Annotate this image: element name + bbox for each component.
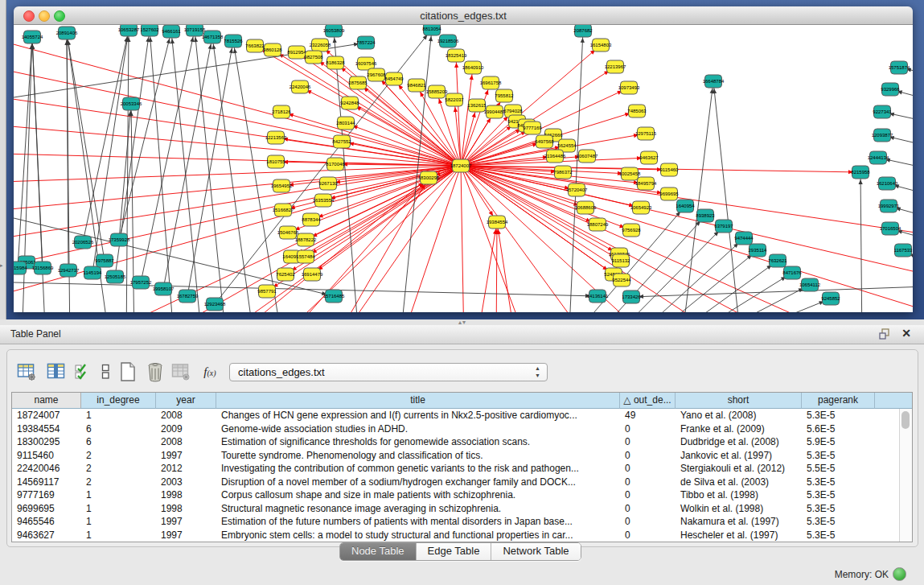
table-cell[interactable]: Yano et al. (2008) — [676, 409, 802, 422]
graph-edge[interactable] — [119, 104, 131, 240]
table-cell[interactable]: 5.5E-5 — [802, 462, 875, 476]
table-cell[interactable]: 5.3E-5 — [802, 409, 875, 422]
table-cell[interactable]: 0 — [620, 476, 676, 489]
graph-edge[interactable] — [461, 166, 913, 274]
row-height-button[interactable] — [95, 361, 116, 382]
graph-edge[interactable] — [461, 166, 913, 311]
table-cell[interactable]: 1998 — [156, 502, 216, 516]
table-cell[interactable]: Tourette syndrome. Phenomenology and cla… — [216, 449, 620, 463]
table-cell[interactable]: 1 — [81, 515, 156, 529]
table-cell[interactable]: 18300295 — [12, 435, 81, 449]
table-cell[interactable]: 2009 — [156, 422, 216, 436]
graph-edge[interactable] — [681, 81, 713, 312]
column-header-short[interactable]: short — [676, 393, 802, 409]
table-cell[interactable]: 0 — [620, 462, 676, 476]
table-cell[interactable]: 1 — [81, 409, 156, 422]
graph-edge[interactable] — [461, 166, 619, 254]
table-cell[interactable]: Stergiakouli et al. (2012) — [676, 462, 802, 476]
graph-edge[interactable] — [195, 30, 227, 312]
delete-table-button[interactable] — [145, 361, 166, 382]
table-settings-button[interactable] — [16, 361, 37, 382]
column-header-pagerank[interactable]: pagerank — [802, 393, 875, 409]
table-row[interactable]: 1830029562008Estimation of significance … — [12, 435, 912, 449]
table-cell[interactable]: Investigating the contribution of common… — [216, 462, 620, 476]
column-header-out_de[interactable]: △ out_de... — [620, 393, 676, 409]
graph-edge[interactable] — [171, 31, 203, 312]
table-cell[interactable]: 0 — [620, 422, 676, 436]
column-header-name[interactable]: name — [12, 393, 81, 409]
graph-edge[interactable] — [659, 261, 778, 312]
table-cell[interactable]: 5.3E-5 — [802, 488, 875, 502]
table-cell[interactable]: Estimation of the future numbers of pati… — [216, 515, 620, 529]
graph-edge[interactable] — [639, 250, 758, 312]
graph-edge[interactable] — [14, 282, 598, 296]
table-cell[interactable]: Wolkin et al. (1998) — [676, 502, 802, 516]
table-row[interactable]: 946362711997Embryonic stem cells: a mode… — [12, 529, 912, 542]
table-cell[interactable]: Dudbridge et al. (2008) — [676, 435, 802, 449]
graph-edge[interactable] — [346, 123, 461, 166]
table-row[interactable]: 911546021997Tourette syndrome. Phenomeno… — [12, 449, 912, 463]
table-row[interactable]: 969969511998Structural magnetic resonanc… — [12, 502, 912, 516]
scrollbar-thumb[interactable] — [901, 411, 910, 429]
memory-status-indicator[interactable] — [893, 567, 906, 581]
table-cell[interactable]: Estimation of significance thresholds fo… — [216, 435, 620, 449]
table-cell[interactable]: Disruption of a novel member of a sodium… — [216, 476, 620, 489]
column-header-title[interactable]: title — [216, 393, 620, 409]
table-cell[interactable]: 2003 — [156, 476, 216, 489]
graph-edge[interactable] — [276, 162, 461, 166]
table-cell[interactable]: 9777169 — [12, 488, 81, 502]
dock-handle-icon[interactable]: ▸ — [0, 262, 3, 269]
table-cell[interactable]: Changes of HCN gene expression and I(f) … — [216, 409, 620, 422]
table-cell[interactable]: de Silva et al. (2003) — [676, 476, 802, 489]
table-cell[interactable]: 2 — [81, 449, 156, 463]
table-cell[interactable]: Tibbo et al. (1998) — [676, 488, 802, 502]
float-window-icon[interactable] — [879, 328, 890, 340]
table-cell[interactable]: 9463627 — [12, 529, 81, 542]
table-cell[interactable]: 0 — [620, 435, 676, 449]
table-cell[interactable]: 9465546 — [12, 515, 81, 529]
table-cell[interactable]: 6 — [81, 435, 156, 449]
column-header-year[interactable]: year — [156, 393, 216, 409]
table-cell[interactable]: Franke et al. (2009) — [676, 422, 802, 436]
table-cell[interactable]: 19384554 — [12, 422, 81, 436]
node-table[interactable]: namein_degreeyeartitle△ out_de...shortpa… — [11, 392, 913, 542]
table-row[interactable]: 1456911722003Disruption of a novel membe… — [12, 476, 912, 489]
table-cell[interactable]: 1 — [81, 488, 156, 502]
table-cell[interactable]: Corpus callosum shape and size in male p… — [216, 488, 620, 502]
table-cell[interactable]: 1 — [81, 529, 156, 542]
table-cell[interactable]: Hescheler et al. (1997) — [676, 529, 802, 542]
table-cell[interactable]: 5.3E-5 — [802, 515, 875, 529]
graph-edge[interactable] — [461, 68, 473, 166]
table-cell[interactable]: 1998 — [156, 488, 216, 502]
table-cell[interactable]: 5.3E-5 — [802, 476, 875, 489]
graph-edge[interactable] — [712, 299, 831, 312]
function-builder-button[interactable]: f(x) — [199, 361, 220, 382]
table-cell[interactable]: 5.3E-5 — [802, 449, 875, 463]
graph-edge[interactable] — [713, 81, 741, 312]
graph-edge[interactable] — [497, 222, 516, 312]
graph-edge[interactable] — [187, 41, 233, 296]
table-cell[interactable]: 5.6E-5 — [802, 422, 875, 436]
table-row[interactable]: 977716911998Corpus callosum shape and si… — [12, 488, 912, 502]
citation-network-graph[interactable]: 1405572420891406106532871527602946616110… — [14, 25, 913, 312]
table-cell[interactable]: 5.9E-5 — [802, 435, 875, 449]
close-panel-icon[interactable]: ✕ — [901, 327, 911, 340]
graph-edge[interactable] — [631, 286, 913, 297]
table-cell[interactable]: 1997 — [156, 529, 216, 542]
table-cell[interactable]: 2 — [81, 476, 156, 489]
table-cell[interactable]: Jankovic et al. (1997) — [676, 449, 802, 463]
table-cell[interactable]: 5.3E-5 — [802, 529, 875, 542]
network-window-titlebar[interactable]: citations_edges.txt — [14, 6, 913, 25]
table-cell[interactable]: 0 — [620, 488, 676, 502]
select-columns-button[interactable] — [72, 361, 93, 382]
left-dock-strip[interactable]: ▸ — [0, 0, 6, 319]
table-cell[interactable]: 2008 — [156, 409, 216, 422]
new-table-button[interactable] — [117, 361, 138, 382]
table-row[interactable]: 1938455462009Genome-wide association stu… — [12, 422, 912, 436]
table-row[interactable]: 1872400712008Changes of HCN gene express… — [12, 409, 912, 422]
graph-edge[interactable] — [212, 37, 255, 312]
graph-edge[interactable] — [860, 172, 862, 312]
table-cell[interactable]: 18724007 — [12, 409, 81, 422]
graph-edge[interactable] — [141, 30, 195, 282]
network-window[interactable]: citations_edges.txt 14055724208914061065… — [14, 6, 913, 312]
